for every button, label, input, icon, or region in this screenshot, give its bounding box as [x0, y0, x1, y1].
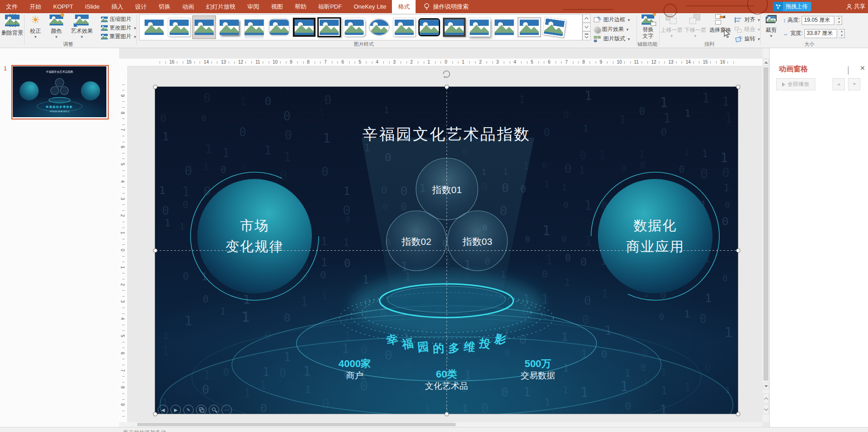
picture-style-12[interactable] — [417, 15, 441, 39]
menu-tab-1[interactable]: 开始 — [24, 0, 47, 13]
menu-tab-9[interactable]: 审阅 — [241, 0, 265, 13]
menu-tab-5[interactable]: 设计 — [129, 0, 153, 13]
menu-tab-2[interactable]: KOPPT — [47, 0, 79, 13]
h-ruler-number: 3 — [393, 60, 396, 65]
ruler-tick — [544, 61, 544, 64]
align-icon — [735, 16, 743, 23]
selection-handle-nw[interactable] — [153, 85, 157, 89]
scroll-up-button[interactable] — [763, 59, 769, 66]
vertical-guide[interactable] — [447, 77, 447, 414]
ruler-tick — [229, 61, 229, 64]
picture-style-11[interactable] — [392, 15, 416, 39]
slides-icon[interactable] — [196, 405, 206, 414]
menu-tab-12[interactable]: 福昕PDF — [312, 0, 348, 13]
scrollbar-thumb[interactable] — [763, 67, 768, 381]
ruler-tick — [122, 313, 125, 314]
picture-style-4[interactable] — [217, 15, 241, 39]
scroll-down-button[interactable] — [763, 382, 769, 390]
h-ruler-number: 10 — [273, 60, 278, 65]
menu-tab-10[interactable]: 视图 — [265, 0, 289, 13]
picture-style-16[interactable] — [517, 15, 541, 39]
next-icon[interactable]: ▶ — [171, 405, 181, 414]
drag-upload-button[interactable]: 拖拽上传 — [773, 2, 811, 11]
menu-tab-13[interactable]: OneKey Lite — [348, 0, 392, 13]
menu-tab-11[interactable]: 帮助 — [289, 0, 312, 13]
picture-style-7[interactable] — [292, 15, 316, 39]
picture-style-6[interactable] — [267, 15, 291, 39]
rotate-handle[interactable] — [442, 69, 452, 79]
height-input[interactable] — [802, 16, 834, 25]
selection-handle-e[interactable] — [736, 248, 740, 253]
horizontal-scrollbar[interactable] — [119, 422, 763, 427]
v-ruler-number: 3 — [120, 300, 125, 303]
play-all-button[interactable]: 全部播放 — [776, 78, 815, 90]
menu-tab-0[interactable]: 文件 — [0, 0, 24, 13]
gallery-scroll-down-button[interactable] — [582, 23, 591, 31]
menu-tab-6[interactable]: 切换 — [153, 0, 176, 13]
previous-icon[interactable]: ◀ — [158, 405, 168, 414]
more-icon[interactable]: ··· — [221, 405, 232, 414]
pen-icon[interactable]: ✎ — [183, 405, 194, 414]
rotate-button[interactable]: ↻ 旋转 ▼ — [735, 35, 761, 43]
horizontal-guide[interactable] — [152, 250, 741, 251]
compress-picture-button[interactable]: 压缩图片 — [101, 15, 131, 23]
picture-style-1[interactable] — [142, 15, 166, 39]
ruler-tick — [194, 61, 195, 64]
picture-style-17[interactable] — [542, 15, 566, 39]
move-later-button[interactable] — [848, 78, 860, 90]
selection-handle-n[interactable] — [445, 85, 449, 89]
slide-thumbnail[interactable]: 辛福园文化艺术品指数 幸福园的多维投影 4000家 60类 500万 — [11, 65, 109, 119]
change-picture-button[interactable]: 更改图片 ▼ — [101, 24, 137, 32]
share-button[interactable]: 共享 — [846, 0, 865, 13]
width-spinner[interactable]: ▲▼ — [839, 29, 845, 38]
crop-button[interactable]: 裁剪 ▼ — [762, 14, 780, 46]
picture-style-preview — [145, 20, 164, 35]
gallery-more-button[interactable] — [582, 31, 591, 40]
selection-handle-se[interactable] — [736, 412, 740, 416]
picture-style-14[interactable] — [467, 15, 491, 39]
move-earlier-button[interactable] — [833, 78, 845, 90]
height-spinner[interactable]: ▲▼ — [836, 16, 842, 25]
scrollbar-thumb[interactable] — [137, 423, 456, 426]
picture-style-8[interactable] — [317, 15, 341, 39]
menu-tab-8[interactable]: 幻灯片放映 — [200, 0, 241, 13]
width-input[interactable] — [804, 29, 837, 38]
selection-handle-ne[interactable] — [736, 85, 740, 89]
vertical-scrollbar[interactable] — [763, 48, 769, 422]
picture-style-13[interactable] — [442, 15, 466, 39]
remove-background-button[interactable]: 删除背景 — [2, 14, 23, 46]
picture-style-10[interactable] — [367, 15, 391, 39]
gallery-scroll-up-button[interactable] — [582, 14, 591, 23]
selection-handle-sw[interactable] — [153, 412, 157, 416]
next-slide-button[interactable] — [763, 404, 769, 414]
notes-bar[interactable]: 单击此处添加备注 — [0, 427, 868, 432]
horizontal-ruler[interactable]: 1615141312111098765432101234567891011121… — [128, 59, 763, 66]
picture-style-preview — [468, 18, 490, 36]
zoom-icon[interactable] — [209, 405, 219, 414]
close-icon[interactable]: ✕ — [860, 65, 865, 72]
picture-style-3[interactable] — [192, 15, 216, 39]
tell-me-search[interactable]: 操作说明搜索 — [424, 0, 468, 13]
vertical-ruler[interactable]: 9876543210123456789 — [119, 66, 128, 422]
selection-handle-s[interactable] — [445, 412, 449, 416]
selection-handle-w[interactable] — [153, 248, 157, 253]
ribbon-format-tab: 删除背景 ☀ 校正 ▼ 颜色 ▼ 艺术效果 ▼ 压缩图片 — [0, 13, 868, 48]
menu-tab-3[interactable]: iSlide — [79, 0, 105, 13]
picture-style-9[interactable] — [342, 15, 366, 39]
menu-tab-4[interactable]: 插入 — [105, 0, 129, 13]
picture-style-5[interactable] — [242, 15, 266, 39]
picture-style-15[interactable] — [492, 15, 516, 39]
menu-tab-14[interactable]: 格式 — [392, 0, 416, 13]
picture-style-2[interactable] — [167, 15, 191, 39]
picture-border-button[interactable]: ✎ 图片边框 ▼ — [594, 16, 631, 24]
pane-menu-chevron-icon[interactable] — [848, 66, 848, 74]
reset-picture-button[interactable]: 重置图片 ▼ — [101, 33, 137, 40]
previous-slide-button[interactable] — [763, 393, 769, 403]
left-sphere-label: 市场变化规律 — [196, 215, 314, 257]
picture-effects-button[interactable]: 图片效果 ▼ — [594, 25, 629, 33]
chevron-down-icon — [585, 25, 588, 28]
menu-tab-7[interactable]: 动画 — [176, 0, 200, 13]
mini-right-sphere — [81, 81, 100, 100]
align-button[interactable]: 对齐 ▼ — [735, 16, 761, 24]
ruler-tick — [251, 61, 252, 64]
